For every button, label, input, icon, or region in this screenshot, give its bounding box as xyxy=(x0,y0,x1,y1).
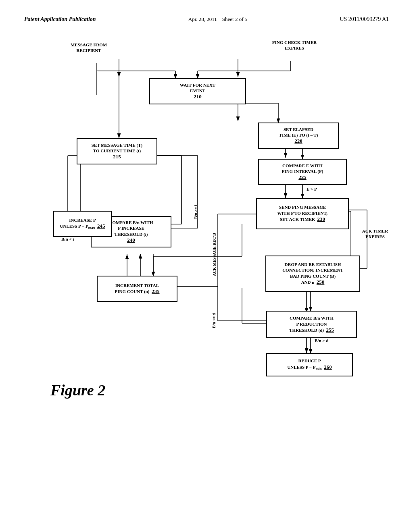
e-greater-p-label: E > P xyxy=(307,186,317,192)
message-from-recipient-label: MESSAGE FROMRECIPIENT xyxy=(56,42,121,54)
ping-check-timer-label: PING CHECK TIMEREXPIRES xyxy=(262,39,327,51)
send-ping-box: SEND PING MESSAGEWITH P TO RECIPIENT;SET… xyxy=(256,198,349,229)
header-patent-num: US 2011/0099279 A1 xyxy=(340,16,389,22)
patent-publication-label: Patent Application Publication xyxy=(24,16,96,22)
header-sheet: Sheet 2 of 5 xyxy=(222,16,247,22)
header-left: Patent Application Publication xyxy=(24,16,96,23)
diagram-area: MESSAGE FROMRECIPIENT PING CHECK TIMEREX… xyxy=(24,31,389,498)
wait-for-next-event-box: WAIT FOR NEXTEVENT 210 xyxy=(149,78,246,104)
increment-ping-count-box: INCREMENT TOTALPING COUNT (n) 235 xyxy=(97,276,177,302)
header: Patent Application Publication Apr. 28, … xyxy=(24,16,389,23)
reduce-p-box: REDUCE PUNLESS P = Pmin 260 xyxy=(266,353,353,376)
bn-ge-i-label: B/n >= i xyxy=(194,188,198,236)
set-elapsed-time-box: SET ELAPSEDTIME (E) TO (t – T) 220 xyxy=(258,123,339,149)
bn-greater-d-label: B/n > d xyxy=(315,338,328,343)
header-date: Apr. 28, 2011 xyxy=(188,16,217,22)
header-right: US 2011/0099279 A1 xyxy=(340,16,389,23)
compare-bn-reduction-box: COMPARE B/n WITHP REDUCTIONTHRESHOLD (d)… xyxy=(266,311,357,338)
ack-timer-expires-label: ACK TIMEREXPIRES xyxy=(353,228,397,240)
bn-less-i-label: B/n < i xyxy=(61,236,74,242)
set-message-time-box: SET MESSAGE TIME (T)TO CURRENT TIME (t) … xyxy=(77,138,157,164)
figure-label: Figure 2 xyxy=(50,381,105,399)
ack-message-recd-label: ACK MESSAGE REC'D xyxy=(212,214,217,295)
drop-re-establish-box: DROP AND RE-ESTABLISHCONNECTION; INCREME… xyxy=(265,256,360,292)
compare-e-ping-box: COMPARE E WITHPING INTERVAL (P) 225 xyxy=(258,159,347,185)
bn-le-d-label: B/n <= d xyxy=(212,305,216,337)
header-center: Apr. 28, 2011 Sheet 2 of 5 xyxy=(188,16,248,23)
page: Patent Application Publication Apr. 28, … xyxy=(0,0,413,532)
increase-p-box: INCREASE PUNLESS P = Pmax 245 xyxy=(53,211,112,237)
